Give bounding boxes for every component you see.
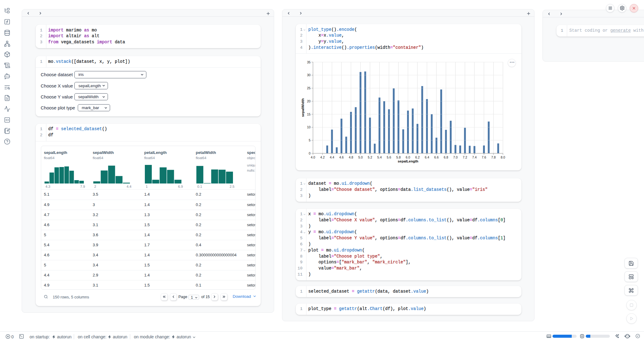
svg-text:4.4: 4.4 xyxy=(330,155,334,159)
svg-text:6.2: 6.2 xyxy=(415,155,420,159)
svg-text:10: 10 xyxy=(307,125,311,129)
svg-text:5.0: 5.0 xyxy=(358,155,363,159)
svg-text:4.8: 4.8 xyxy=(349,155,353,159)
svg-text:20: 20 xyxy=(307,99,311,103)
svg-text:6.6: 6.6 xyxy=(434,155,439,159)
svg-text:5: 5 xyxy=(309,138,311,142)
svg-text:4.6: 4.6 xyxy=(339,155,344,159)
svg-text:5.2: 5.2 xyxy=(368,155,372,159)
svg-text:7.6: 7.6 xyxy=(482,155,486,159)
svg-text:0: 0 xyxy=(309,151,311,155)
svg-text:7.8: 7.8 xyxy=(491,155,496,159)
svg-text:4.2: 4.2 xyxy=(320,155,325,159)
svg-text:7.0: 7.0 xyxy=(453,155,458,159)
svg-text:sepalLength: sepalLength xyxy=(398,159,418,163)
svg-text:6.4: 6.4 xyxy=(425,155,429,159)
svg-text:5.6: 5.6 xyxy=(387,155,391,159)
svg-text:5.4: 5.4 xyxy=(377,155,382,159)
svg-text:30: 30 xyxy=(307,73,311,77)
svg-text:4.0: 4.0 xyxy=(311,155,315,159)
svg-text:25: 25 xyxy=(307,86,311,90)
svg-text:6.0: 6.0 xyxy=(406,155,410,159)
svg-text:35: 35 xyxy=(307,60,311,64)
svg-text:15: 15 xyxy=(307,112,311,116)
svg-text:6.8: 6.8 xyxy=(444,155,448,159)
svg-text:7.4: 7.4 xyxy=(472,155,477,159)
svg-text:7.2: 7.2 xyxy=(463,155,467,159)
svg-text:8.0: 8.0 xyxy=(501,155,505,159)
svg-text:sepalWidth: sepalWidth xyxy=(301,98,305,117)
svg-text:5.8: 5.8 xyxy=(396,155,401,159)
